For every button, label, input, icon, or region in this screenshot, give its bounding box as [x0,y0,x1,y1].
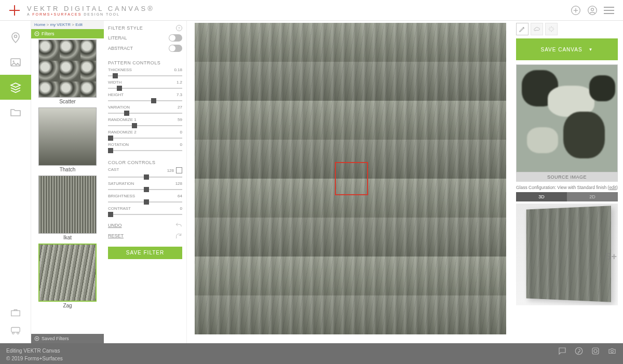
svg-point-2 [591,8,594,10]
slider-value: 128 [167,168,174,173]
slider-track[interactable] [108,199,182,205]
slider-value: 128 [175,181,182,186]
dimension-tabs: 3D 2D [516,192,618,201]
rail-layers-icon[interactable] [0,75,31,100]
slider-knob[interactable] [144,199,149,205]
rail-transport-icon[interactable] [0,321,31,339]
add-icon[interactable] [570,5,581,16]
slider-track[interactable] [108,186,182,193]
literal-toggle[interactable] [169,34,182,42]
slider-track[interactable] [108,85,182,91]
filter-thumb-thatch[interactable]: Thatch [38,107,97,174]
footer-camera-icon[interactable] [607,346,617,356]
info-icon[interactable]: ? [176,25,182,31]
pattern-slider-width[interactable]: WIDTH1.2 [108,80,182,91]
left-column: Home > my VEKTR > Edit Filters ScatterTh… [31,21,187,343]
footer-pinterest-icon[interactable] [574,346,584,356]
footer-instagram-icon[interactable] [591,346,600,356]
footer-chat-icon[interactable] [558,346,567,356]
svg-point-3 [14,35,17,38]
crumb-home[interactable]: Home [34,22,45,27]
crumb-edit[interactable]: Edit [75,22,83,27]
slider-label: WIDTH [108,80,121,85]
slider-value: 7.3 [177,92,182,97]
color-slider-saturation[interactable]: SATURATION128 [108,181,182,193]
abstract-label: ABSTRACT [108,46,133,51]
reset-label: RESET [108,233,124,238]
canvas-selection[interactable] [335,162,368,195]
rail-image-icon[interactable] [0,50,31,75]
slider-track[interactable] [108,98,182,104]
filter-thumb-label: Scatter [59,99,76,104]
glass-config-edit-link[interactable]: edit [609,185,616,190]
slider-track[interactable] [108,174,182,180]
preview-effects-icon[interactable] [545,23,558,35]
rail-folder-icon[interactable] [0,100,31,125]
save-canvas-button[interactable]: SAVE CANVAS ▼ [516,38,618,60]
svg-point-14 [594,349,597,353]
main-canvas[interactable] [195,23,506,334]
preview-tool-tabs [516,23,618,35]
slider-track[interactable] [108,123,182,129]
abstract-toggle[interactable] [169,45,182,52]
filter-thumb-scatter[interactable]: Scatter [38,39,97,106]
slider-track[interactable] [108,147,182,154]
color-slider-contrast[interactable]: CONTRAST0 [108,206,182,218]
slider-knob[interactable] [151,98,156,103]
pattern-slider-randomize-1[interactable]: RANDOMIZE 159 [108,117,182,129]
preview-cloud-icon[interactable] [531,23,543,35]
pattern-slider-rotation[interactable]: ROTATION0 [108,142,182,154]
slider-track[interactable] [108,110,182,116]
svg-point-5 [12,61,14,62]
filter-thumb-list[interactable]: ScatterThatchIkatZag [31,38,104,312]
slider-knob[interactable] [113,73,118,78]
preview-3d[interactable]: S+ [516,204,618,305]
slider-track[interactable] [108,211,182,218]
slider-label: HEIGHT [108,92,124,97]
tab-2d[interactable]: 2D [567,192,618,201]
pattern-slider-variation[interactable]: VARIATION27 [108,105,182,116]
slider-knob[interactable] [124,111,129,116]
undo-button[interactable]: UNDO [108,222,182,229]
account-icon[interactable] [587,5,598,16]
slider-knob[interactable] [117,86,122,91]
slider-label: RANDOMIZE 1 [108,117,137,122]
crumb-sep2: > [71,22,75,27]
tab-3d[interactable]: 3D [516,192,567,201]
rail-briefcase-icon[interactable] [0,304,31,321]
rail-location-icon[interactable] [0,25,31,50]
menu-icon[interactable] [603,5,615,16]
slider-label: BRIGHTNESS [108,194,135,198]
source-image-label: SOURCE IMAGE [516,172,618,182]
slider-knob[interactable] [144,187,149,192]
pattern-slider-thickness[interactable]: THICKNESS0.18 [108,68,182,79]
preview-pencil-icon[interactable] [516,23,529,35]
slider-value: 0 [180,206,182,211]
reset-button[interactable]: RESET [108,232,182,239]
cast-swatch[interactable] [176,167,182,173]
filter-thumb-zag[interactable]: Zag [38,244,97,311]
filters-header[interactable]: Filters [31,29,104,38]
slider-knob[interactable] [144,174,149,180]
color-slider-cast[interactable]: CAST128 [108,167,182,180]
slider-track[interactable] [108,73,182,79]
breadcrumb: Home > my VEKTR > Edit [31,21,104,29]
app-header: VEKTR DIGITAL CANVAS® A FORMS+SURFACES D… [0,0,623,21]
saved-filters-header[interactable]: Saved Filters [31,334,104,343]
crumb-myvektr[interactable]: my VEKTR [50,22,71,27]
pattern-slider-randomize-2[interactable]: RANDOMIZE 20 [108,130,182,141]
save-filter-button[interactable]: SAVE FILTER [108,247,182,259]
filter-library: Home > my VEKTR > Edit Filters ScatterTh… [31,21,104,343]
slider-knob[interactable] [132,123,137,128]
slider-track[interactable] [108,135,182,141]
tool-rail [0,21,31,343]
right-column: SAVE CANVAS ▼ SOURCE IMAGE Glass Configu… [514,21,623,343]
slider-knob[interactable] [108,148,113,153]
pattern-slider-height[interactable]: HEIGHT7.3 [108,92,182,104]
slider-knob[interactable] [108,136,113,141]
color-slider-brightness[interactable]: BRIGHTNESS64 [108,194,182,205]
svg-point-9 [17,332,19,334]
source-image[interactable] [516,64,618,172]
slider-knob[interactable] [108,212,113,217]
filter-thumb-ikat[interactable]: Ikat [38,176,97,242]
